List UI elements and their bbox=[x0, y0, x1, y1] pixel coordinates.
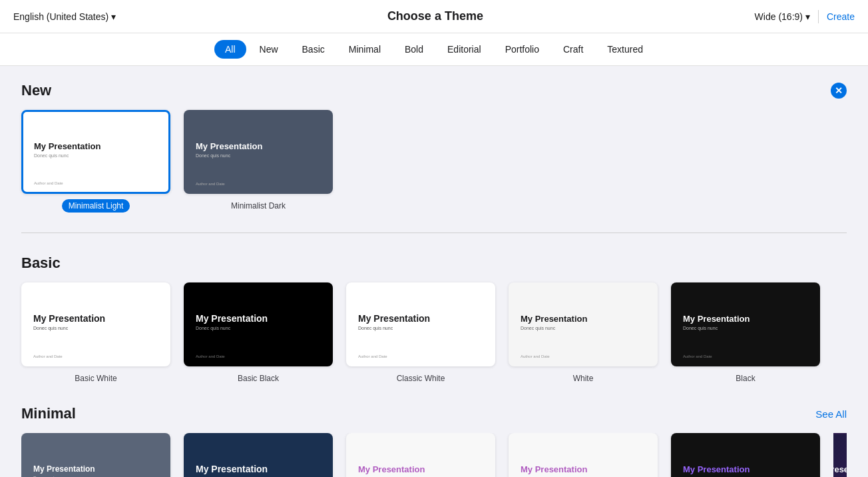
slide-sub: Donec quis nunc bbox=[33, 326, 158, 330]
header-divider bbox=[818, 10, 819, 23]
slide-title: My Presentation bbox=[521, 464, 646, 474]
theme-thumbnail-minimalist-light[interactable]: My Presentation Donec quis nunc Author a… bbox=[21, 110, 170, 194]
slide-title: My Presentation bbox=[33, 313, 158, 324]
theme-thumbnail-minimal-pink[interactable]: My Presentation Donec quis nunc bbox=[509, 433, 658, 477]
theme-thumbnail-minimal-teal[interactable]: My Presentation Donec quis nunc bbox=[346, 433, 495, 477]
slide-sub: Donec quis nunc bbox=[34, 153, 158, 158]
section-basic-header: Basic bbox=[21, 254, 847, 272]
theme-item-minimal-pink[interactable]: My Presentation Donec quis nunc bbox=[509, 433, 658, 477]
tab-new[interactable]: New bbox=[249, 40, 289, 59]
section-basic: Basic My Presentation Donec quis nunc Au… bbox=[21, 254, 847, 384]
theme-label-badge: Minimalist Light bbox=[62, 199, 130, 213]
section-minimal-title: Minimal bbox=[21, 405, 76, 422]
theme-thumbnail-black[interactable]: My Presentation Donec quis nunc Author a… bbox=[671, 282, 820, 366]
theme-label: Classic White bbox=[397, 374, 445, 383]
tab-bold[interactable]: Bold bbox=[394, 40, 434, 59]
theme-thumbnail-minimalist-dark[interactable]: My Presentation Donec quis nunc Author a… bbox=[184, 110, 333, 194]
theme-thumbnail-white[interactable]: My Presentation Donec quis nunc Author a… bbox=[509, 282, 658, 366]
tab-craft[interactable]: Craft bbox=[552, 40, 594, 59]
slide-sub: Donec quis nunc bbox=[521, 326, 646, 330]
slide-sub: Donec quis nunc bbox=[358, 326, 483, 330]
theme-label-container: Basic Black bbox=[238, 372, 279, 384]
theme-item-white[interactable]: My Presentation Donec quis nunc Author a… bbox=[509, 282, 658, 384]
slide-title: My Present bbox=[833, 464, 847, 474]
close-new-section-button[interactable]: ✕ bbox=[831, 83, 847, 99]
tab-textured[interactable]: Textured bbox=[596, 40, 654, 59]
tab-bar: All New Basic Minimal Bold Editorial Por… bbox=[0, 33, 868, 66]
slide-title: My Presentation bbox=[196, 464, 321, 474]
theme-item-minimalist-light[interactable]: My Presentation Donec quis nunc Author a… bbox=[21, 110, 170, 211]
theme-label: White bbox=[573, 374, 594, 383]
tab-all[interactable]: All bbox=[214, 40, 246, 59]
theme-item-classic-white[interactable]: My Presentation Donec quis nunc Author a… bbox=[346, 282, 495, 384]
minimal-theme-grid: My Presentation Donec quis nunc My Prese… bbox=[21, 433, 847, 477]
theme-item-minimal-navy[interactable]: My Presentation Donec quis nunc bbox=[184, 433, 333, 477]
slide-author: Author and Date bbox=[196, 182, 225, 186]
tab-editorial[interactable]: Editorial bbox=[437, 40, 492, 59]
theme-label-container: Minimalist Light bbox=[62, 199, 130, 211]
theme-item-minimal-slate[interactable]: My Presentation Donec quis nunc bbox=[21, 433, 170, 477]
theme-thumbnail-basic-white[interactable]: My Presentation Donec quis nunc Author a… bbox=[21, 282, 170, 366]
theme-label-container: Minimalist Dark bbox=[231, 199, 286, 211]
language-selector[interactable]: English (United States) ▾ bbox=[13, 11, 116, 22]
theme-item-minimal-teal[interactable]: My Presentation Donec quis nunc bbox=[346, 433, 495, 477]
theme-label: Basic White bbox=[75, 374, 116, 383]
slide-sub: Donec quis nunc bbox=[196, 326, 321, 330]
slide-author: Author and Date bbox=[196, 354, 225, 358]
slide-title: My Presentation bbox=[521, 314, 646, 324]
basic-theme-grid: My Presentation Donec quis nunc Author a… bbox=[21, 282, 847, 384]
slide-author: Author and Date bbox=[683, 354, 712, 358]
section-new-title: New bbox=[21, 82, 51, 99]
theme-thumbnail-minimal-dark2[interactable]: My Presentation Donec quis nunc bbox=[671, 433, 820, 477]
new-theme-grid: My Presentation Donec quis nunc Author a… bbox=[21, 110, 847, 211]
section-divider-new-basic bbox=[21, 233, 847, 233]
theme-label-container: Black bbox=[736, 372, 755, 384]
section-new-header: New ✕ bbox=[21, 82, 847, 99]
aspect-ratio-selector[interactable]: Wide (16:9) ▾ bbox=[755, 11, 810, 22]
page-title: Choose a Theme bbox=[387, 9, 483, 23]
see-all-minimal-button[interactable]: See All bbox=[815, 408, 847, 420]
theme-item-black[interactable]: My Presentation Donec quis nunc Author a… bbox=[671, 282, 820, 384]
section-minimal: Minimal See All My Presentation Donec qu… bbox=[21, 405, 847, 477]
theme-label: Black bbox=[736, 374, 755, 383]
slide-sub: Donec quis nunc bbox=[196, 153, 321, 158]
slide-author: Author and Date bbox=[34, 181, 63, 185]
header: English (United States) ▾ Choose a Theme… bbox=[0, 0, 868, 33]
slide-title: My Presentation bbox=[34, 141, 158, 151]
theme-item-minimalist-dark[interactable]: My Presentation Donec quis nunc Author a… bbox=[184, 110, 333, 211]
theme-thumbnail-minimal-slate[interactable]: My Presentation Donec quis nunc bbox=[21, 433, 170, 477]
theme-label-container: Classic White bbox=[397, 372, 445, 384]
theme-item-minimal-space[interactable]: My Present Donec qui... bbox=[833, 433, 847, 477]
slide-title: My Presentation bbox=[196, 141, 321, 151]
aspect-ratio-label: Wide (16:9) bbox=[755, 11, 803, 22]
language-label: English (United States) bbox=[13, 11, 108, 22]
theme-item-basic-white[interactable]: My Presentation Donec quis nunc Author a… bbox=[21, 282, 170, 384]
slide-author: Author and Date bbox=[33, 354, 63, 358]
slide-author: Author and Date bbox=[358, 354, 387, 358]
theme-thumbnail-basic-black[interactable]: My Presentation Donec quis nunc Author a… bbox=[184, 282, 333, 366]
slide-title: My Presentation bbox=[358, 313, 483, 324]
tab-basic[interactable]: Basic bbox=[292, 40, 335, 59]
theme-label-container: Basic White bbox=[75, 372, 116, 384]
theme-item-basic-black[interactable]: My Presentation Donec quis nunc Author a… bbox=[184, 282, 333, 384]
theme-label: Minimalist Dark bbox=[231, 201, 286, 211]
header-right: Wide (16:9) ▾ Create bbox=[755, 10, 855, 23]
tab-minimal[interactable]: Minimal bbox=[338, 40, 391, 59]
slide-sub: Donec quis nunc bbox=[683, 326, 808, 330]
section-minimal-header: Minimal See All bbox=[21, 405, 847, 422]
theme-item-minimal-dark2[interactable]: My Presentation Donec quis nunc bbox=[671, 433, 820, 477]
create-button[interactable]: Create bbox=[827, 11, 855, 22]
chevron-down-icon: ▾ bbox=[111, 11, 116, 22]
slide-title: My Presentation bbox=[358, 464, 483, 474]
section-basic-title: Basic bbox=[21, 254, 61, 272]
slide-title: My Presentation bbox=[683, 314, 808, 324]
slide-title: My Presentation bbox=[683, 464, 808, 474]
slide-title: My Presentation bbox=[33, 464, 158, 474]
tab-portfolio[interactable]: Portfolio bbox=[495, 40, 550, 59]
theme-thumbnail-minimal-space[interactable]: My Present Donec qui... bbox=[833, 433, 847, 477]
section-new: New ✕ My Presentation Donec quis nunc Au… bbox=[21, 82, 847, 211]
theme-label-container: White bbox=[573, 372, 594, 384]
chevron-down-icon: ▾ bbox=[805, 11, 810, 22]
theme-thumbnail-classic-white[interactable]: My Presentation Donec quis nunc Author a… bbox=[346, 282, 495, 366]
theme-thumbnail-minimal-navy[interactable]: My Presentation Donec quis nunc bbox=[184, 433, 333, 477]
